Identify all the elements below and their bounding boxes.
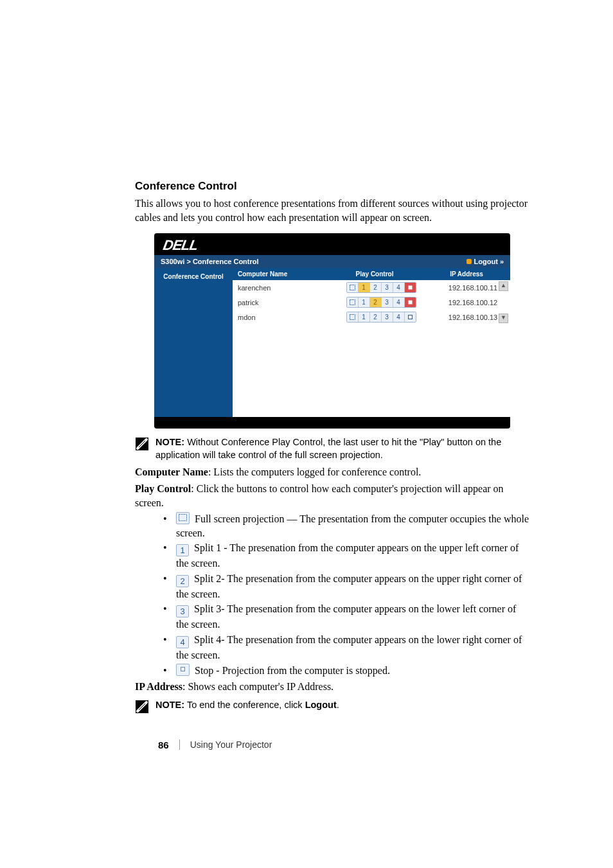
svg-rect-3 bbox=[408, 301, 412, 305]
fullscreen-button[interactable] bbox=[347, 312, 359, 322]
bullet-split-3: 3 Split 3- The presenation from the comp… bbox=[163, 602, 529, 632]
logout-label: Logout » bbox=[474, 258, 504, 265]
conference-control-screenshot: DELL S300wi > Conference Control Logout … bbox=[154, 233, 510, 429]
screenshot-sidebar: Conference Control bbox=[154, 268, 233, 417]
def-label: IP Address bbox=[135, 681, 182, 692]
def-body: : Click the buttons to control how each … bbox=[135, 483, 504, 508]
scroll-up-button[interactable]: ▲ bbox=[499, 281, 508, 291]
split-2-icon: 2 bbox=[176, 575, 189, 587]
svg-rect-7 bbox=[179, 515, 187, 521]
svg-rect-1 bbox=[408, 286, 412, 290]
note-block: NOTE: Without Conference Play Control, t… bbox=[135, 436, 529, 461]
split-4-button[interactable]: 4 bbox=[393, 312, 405, 322]
stop-button[interactable] bbox=[405, 297, 416, 307]
def-body: : Shows each computer's IP Address. bbox=[182, 681, 333, 692]
table-rows: ▲ karenchen 1 2 3 4 bbox=[233, 280, 510, 324]
svg-rect-2 bbox=[350, 300, 355, 305]
def-label: Play Control bbox=[135, 483, 191, 494]
sidebar-item-conference-control[interactable]: Conference Control bbox=[154, 270, 233, 283]
scroll-down-button[interactable]: ▼ bbox=[499, 314, 508, 323]
bullet-text: Full screen projection — The presentatio… bbox=[176, 513, 529, 538]
col-header-ip-address: IP Address bbox=[423, 268, 510, 280]
row-ip: 192.168.100.12 bbox=[441, 299, 505, 306]
bullet-text: Split 3- The presenation from the comput… bbox=[176, 603, 516, 630]
play-control-group: 1 2 3 4 bbox=[346, 282, 416, 293]
split-3-icon: 3 bbox=[176, 605, 189, 617]
bullet-split-4: 4 Split 4- The presenation from the comp… bbox=[163, 633, 529, 662]
screenshot-breadcrumb-bar: S300wi > Conference Control Logout » bbox=[154, 255, 510, 268]
dell-logo: DELL bbox=[154, 233, 510, 255]
def-body: : Lists the computers logged for confere… bbox=[208, 466, 421, 477]
svg-rect-5 bbox=[408, 315, 412, 319]
split-1-button[interactable]: 1 bbox=[359, 283, 370, 292]
bullet-text: Split 4- The presenation from the comput… bbox=[176, 634, 522, 660]
svg-rect-8 bbox=[181, 667, 185, 671]
page-number: 86 bbox=[158, 740, 169, 750]
note-prefix: NOTE: bbox=[155, 437, 184, 447]
bullet-split-2: 2 Split 2- The presenation from the comp… bbox=[163, 572, 529, 601]
fullscreen-icon bbox=[176, 512, 190, 524]
bullet-text: Stop - Projection from the computer is s… bbox=[192, 665, 390, 676]
row-ip: 192.168.100.11 bbox=[441, 284, 505, 292]
split-2-button[interactable]: 2 bbox=[370, 283, 382, 292]
page-footer: 86 Using Your Projector bbox=[135, 740, 529, 750]
split-2-button[interactable]: 2 bbox=[370, 312, 382, 322]
bullet-fullscreen: Full screen projection — The presentatio… bbox=[163, 512, 529, 540]
note-block: NOTE: To end the conference, click Logou… bbox=[135, 699, 529, 716]
breadcrumb-model: S300wi bbox=[161, 258, 184, 265]
stop-button[interactable] bbox=[405, 283, 416, 292]
table-row: karenchen 1 2 3 4 bbox=[233, 280, 510, 295]
split-4-button[interactable]: 4 bbox=[393, 283, 405, 292]
breadcrumb: S300wi > Conference Control bbox=[161, 258, 259, 265]
col-header-computer-name: Computer Name bbox=[233, 268, 326, 280]
table-header-row: Computer Name Play Control IP Address bbox=[233, 268, 510, 280]
play-control-bullet-list: Full screen projection — The presentatio… bbox=[163, 512, 529, 677]
split-4-button[interactable]: 4 bbox=[393, 297, 405, 307]
note-text: NOTE: Without Conference Play Control, t… bbox=[155, 436, 529, 461]
note-text: NOTE: To end the conference, click Logou… bbox=[155, 699, 339, 712]
svg-rect-4 bbox=[350, 315, 355, 320]
note-logout-word: Logout bbox=[305, 700, 337, 710]
row-computer-name: patrick bbox=[238, 299, 321, 306]
footer-section: Using Your Projector bbox=[190, 740, 272, 750]
split-3-button[interactable]: 3 bbox=[382, 297, 393, 307]
row-computer-name: mdon bbox=[238, 314, 321, 321]
computer-name-definition: Computer Name: Lists the computers logge… bbox=[135, 465, 529, 479]
fullscreen-button[interactable] bbox=[347, 283, 359, 292]
bullet-stop: Stop - Projection from the computer is s… bbox=[163, 664, 529, 678]
logout-link[interactable]: Logout » bbox=[466, 258, 504, 265]
fullscreen-button[interactable] bbox=[347, 297, 359, 307]
split-3-button[interactable]: 3 bbox=[382, 283, 393, 292]
split-1-icon: 1 bbox=[176, 544, 189, 556]
note-icon bbox=[135, 700, 149, 716]
note-prefix: NOTE: bbox=[155, 700, 184, 710]
bullet-text: Split 1 - The presenation from the compu… bbox=[176, 542, 519, 569]
logout-icon bbox=[466, 259, 472, 264]
breadcrumb-page: Conference Control bbox=[193, 258, 259, 265]
split-3-button[interactable]: 3 bbox=[382, 312, 393, 322]
stop-icon bbox=[176, 664, 190, 676]
bullet-split-1: 1 Split 1 - The presenation from the com… bbox=[163, 541, 529, 571]
split-1-button[interactable]: 1 bbox=[359, 312, 370, 322]
note-body-c: . bbox=[337, 700, 339, 710]
svg-rect-0 bbox=[350, 285, 355, 290]
section-heading: Conference Control bbox=[135, 180, 529, 193]
split-2-button[interactable]: 2 bbox=[370, 297, 382, 307]
bullet-text: Split 2- The presenation from the comput… bbox=[176, 573, 522, 599]
table-row: mdon 1 2 3 4 bbox=[233, 310, 510, 324]
screenshot-main: Computer Name Play Control IP Address ▲ … bbox=[233, 268, 510, 417]
intro-paragraph: This allows you to host conference prese… bbox=[135, 197, 529, 224]
play-control-group: 1 2 3 4 bbox=[346, 297, 416, 308]
play-control-group: 1 2 3 4 bbox=[346, 312, 416, 323]
note-body-a: To end the conference, click bbox=[184, 700, 305, 710]
note-body: Without Conference Play Control, the las… bbox=[155, 437, 501, 460]
row-ip: 192.168.100.13 bbox=[441, 314, 505, 321]
ip-address-definition: IP Address: Shows each computer's IP Add… bbox=[135, 680, 529, 694]
split-1-button[interactable]: 1 bbox=[359, 297, 370, 307]
stop-button[interactable] bbox=[405, 312, 416, 322]
row-computer-name: karenchen bbox=[238, 284, 321, 292]
note-icon bbox=[135, 437, 149, 454]
breadcrumb-sep: > bbox=[186, 258, 190, 265]
split-4-icon: 4 bbox=[176, 636, 189, 648]
def-label: Computer Name bbox=[135, 466, 208, 477]
